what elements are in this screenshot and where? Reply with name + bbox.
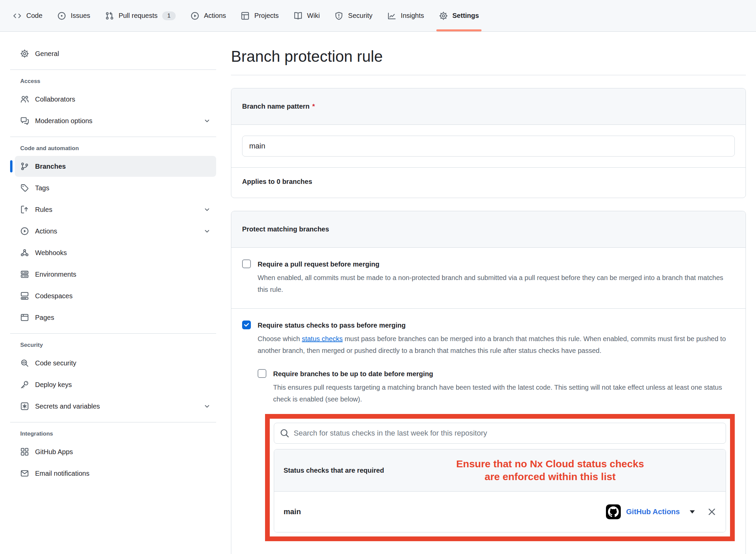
require-status-checks-checkbox[interactable] [242,321,251,329]
tab-label: Projects [254,12,279,20]
up-to-date-subsection: Require branches to be up to date before… [258,369,735,541]
sidebar-section-access: Access [15,78,216,85]
tab-label: Issues [71,12,90,20]
sidebar-item-code-security[interactable]: Code security [15,353,216,373]
status-checks-link[interactable]: status checks [302,335,343,342]
sidebar-section-integrations: Integrations [15,431,216,437]
webhook-icon [20,248,29,257]
asterisk-box-icon [20,402,29,411]
applies-to-branches-text: Applies to 0 branches [231,168,746,198]
sidebar-item-label: Actions [35,227,57,235]
sidebar-item-tags[interactable]: Tags [15,177,216,198]
play-circle-icon [20,227,29,236]
protect-matching-branches-card: Protect matching branches Require a pull… [231,211,746,554]
apps-icon [20,447,29,456]
nx-cloud-annotation-text: Ensure that no Nx Cloud status checks ar… [384,458,716,483]
protect-matching-branches-header: Protect matching branches [231,211,746,248]
git-branch-icon [20,162,29,171]
sidebar-divider [10,333,216,334]
tab-issues[interactable]: Issues [50,0,98,31]
chevron-down-icon [203,403,211,410]
require-up-to-date-checkbox[interactable] [258,369,266,378]
sidebar-divider [10,137,216,137]
code-scan-icon [20,359,29,367]
shield-icon [335,11,343,20]
tag-icon [20,184,29,192]
annotation-line-1: Ensure that no Nx Cloud status checks [456,458,644,469]
sidebar-item-label: Branches [35,163,66,170]
mail-icon [20,469,29,478]
remove-status-check-icon[interactable] [707,507,716,516]
people-icon [20,95,29,104]
sidebar-item-general[interactable]: General [15,43,216,64]
sidebar-item-label: Deploy keys [35,381,72,389]
sidebar-item-rules[interactable]: Rules [15,199,216,220]
tab-label: Actions [204,12,226,20]
tab-label: Code [26,12,42,20]
status-checks-search-input[interactable] [274,423,726,444]
sidebar-section-security: Security [15,342,216,349]
sidebar-item-environments[interactable]: Environments [15,264,216,285]
github-actions-link[interactable]: GitHub Actions [626,507,680,516]
tab-wiki[interactable]: Wiki [286,0,327,31]
sidebar-item-label: Pages [35,314,54,322]
require-status-checks-description: Choose which status checks must pass bef… [258,333,733,357]
status-checks-header-label: Status checks that are required [284,467,384,474]
sidebar-item-label: Code security [35,359,76,367]
sidebar-item-actions[interactable]: Actions [15,221,216,242]
require-pull-request-checkbox[interactable] [242,259,251,268]
search-icon [280,428,289,438]
sidebar-item-webhooks[interactable]: Webhooks [15,242,216,263]
require-pull-request-label: Require a pull request before merging [258,259,379,269]
branch-name-pattern-label: Branch name pattern [242,103,310,110]
sidebar-divider [10,422,216,422]
branch-name-pattern-input[interactable] [242,136,735,157]
tab-settings[interactable]: Settings [432,0,487,31]
status-check-row-main: main GitHub Actions [274,492,726,532]
tab-pull-requests[interactable]: Pull requests 1 [98,0,183,31]
codespaces-icon [20,292,29,300]
key-icon [20,380,29,389]
graph-icon [387,11,396,20]
chevron-down-icon [203,227,211,235]
tab-projects[interactable]: Projects [233,0,286,31]
settings-sidebar: General Access Collaborators Moderation … [0,32,221,554]
chevron-down-icon [203,206,211,213]
sidebar-item-collaborators[interactable]: Collaborators [15,89,216,110]
caret-down-icon[interactable] [689,510,695,514]
require-up-to-date-description: This ensures pull requests targeting a m… [273,382,735,405]
sidebar-item-github-apps[interactable]: GitHub Apps [15,441,216,462]
pull-request-icon [105,11,114,20]
sidebar-item-label: Codespaces [35,292,72,300]
sidebar-item-label: Collaborators [35,95,75,103]
tab-insights[interactable]: Insights [380,0,432,31]
sidebar-item-deploy-keys[interactable]: Deploy keys [15,374,216,395]
required-asterisk: * [312,103,315,110]
description-text: Choose which [258,335,302,342]
tab-label: Settings [453,12,479,20]
code-icon [13,11,22,20]
sidebar-item-label: Tags [35,184,49,192]
annotation-line-2: are enforced within this list [485,471,615,482]
branch-name-pattern-header: Branch name pattern* [231,88,746,125]
tab-label: Pull requests [119,12,158,20]
sidebar-item-label: Webhooks [35,249,67,257]
branch-name-pattern-card: Branch name pattern* Applies to 0 branch… [231,88,746,198]
sidebar-item-email-notifications[interactable]: Email notifications [15,463,216,484]
sidebar-item-branches[interactable]: Branches [15,156,216,177]
tab-label: Insights [401,12,424,20]
sidebar-item-pages[interactable]: Pages [15,307,216,328]
tab-security[interactable]: Security [327,0,380,31]
require-status-checks-section: Require status checks to pass before mer… [231,309,746,554]
sidebar-item-codespaces[interactable]: Codespaces [15,285,216,306]
issue-icon [57,11,66,20]
sidebar-section-code-automation: Code and automation [15,145,216,152]
sidebar-divider [10,70,216,70]
require-status-checks-label: Require status checks to pass before mer… [258,320,406,330]
sidebar-item-secrets-variables[interactable]: Secrets and variables [15,396,216,417]
tab-code[interactable]: Code [5,0,50,31]
tab-actions[interactable]: Actions [183,0,234,31]
sidebar-item-moderation-options[interactable]: Moderation options [15,110,216,131]
sidebar-item-label: Moderation options [35,117,92,125]
play-circle-icon [191,11,199,20]
